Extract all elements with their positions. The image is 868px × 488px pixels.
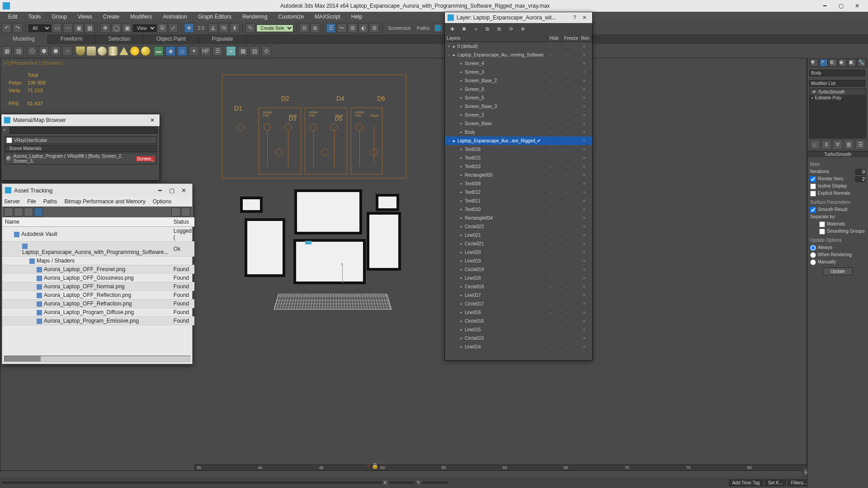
update-render-radio[interactable] — [810, 252, 816, 258]
misc2-icon[interactable]: HF — [201, 46, 211, 56]
highlight-sel-button[interactable]: ⧉ — [495, 25, 503, 33]
menu-help[interactable]: Help — [346, 14, 368, 20]
box-primitive-icon[interactable] — [87, 47, 96, 56]
angle-snap-button[interactable]: ∡ — [208, 23, 218, 33]
asset-tb3[interactable] — [24, 207, 33, 216]
asset-tb4[interactable] — [34, 207, 43, 216]
material-item[interactable]: VRayUserScalar — [4, 136, 157, 144]
modifier-stack[interactable]: 👁TurboSmooth ▪ Editable Poly — [809, 89, 866, 138]
layer-row[interactable]: ▪Line014——▾ — [445, 343, 592, 351]
menu-create[interactable]: Create — [98, 14, 125, 20]
misc4-icon[interactable]: ▤ — [250, 46, 259, 56]
delete-layer-button[interactable]: ✖ — [460, 25, 467, 33]
scene-material-item[interactable]: Aurora_Laptop_Program ( VRayMtl ) [Body,… — [4, 153, 157, 164]
teapot-primitive-icon[interactable] — [76, 47, 85, 56]
layer-row[interactable]: ▪Screen_2——▾ — [445, 111, 592, 119]
asset-refresh-button[interactable] — [171, 207, 180, 216]
misc3-icon[interactable]: ☰ — [212, 46, 222, 56]
sep-materials-check[interactable] — [819, 221, 825, 227]
asset-menu-server[interactable]: Server — [4, 198, 20, 205]
percent-snap-button[interactable]: % — [219, 23, 229, 33]
ref-coord-dropdown[interactable]: View — [133, 24, 156, 32]
close-layer-dialog-button[interactable]: ✕ — [580, 14, 590, 21]
asset-row[interactable]: Maps / Shaders — [2, 257, 194, 265]
viewport-label[interactable]: [+] [Perspective ] [Shaded ] — [3, 60, 63, 66]
add-to-layer-button[interactable]: ＋ — [472, 25, 479, 33]
coord-y-field[interactable] — [422, 482, 448, 483]
scene-materials-group[interactable]: - Scene Materials — [4, 145, 157, 152]
helper2-icon[interactable]: ◇ — [177, 46, 187, 56]
poly-tool3-icon[interactable]: ⬡ — [27, 46, 37, 56]
update-always-radio[interactable] — [810, 245, 816, 251]
layer-row[interactable]: ▪Line016——▾ — [445, 308, 592, 317]
asset-row[interactable]: Aurora_Laptop_OFF_Refraction.pngFound — [2, 300, 194, 308]
screenshot-button[interactable]: Screensot — [385, 25, 413, 31]
named-sel-button[interactable]: ✎ — [245, 23, 255, 33]
col-render[interactable]: Ren — [579, 35, 592, 42]
select-highlited-button[interactable]: ⧉ — [484, 25, 491, 33]
rig-knob[interactable] — [330, 123, 338, 131]
rig-knob[interactable] — [356, 123, 363, 131]
layer-row[interactable]: ▪Circle017——▾ — [445, 300, 592, 308]
rotate-button[interactable]: ◯ — [111, 23, 121, 33]
asset-row[interactable]: Aurora_Laptop_OFF_Reflection.pngFound — [2, 291, 194, 300]
menu-graph-editors[interactable]: Graph Editors — [193, 14, 237, 20]
cone-primitive-icon[interactable] — [119, 47, 128, 55]
menu-maxscript[interactable]: MAXScript — [309, 14, 346, 20]
layer-list[interactable]: +▸0 (default)——▾−▸Laptop_Expanscape_Au..… — [445, 42, 592, 360]
layer-row[interactable]: ▪Text011——▾ — [445, 197, 592, 205]
layer-row[interactable]: ▪Screen_Base_3——▾ — [445, 102, 592, 111]
spinner-snap-button[interactable]: ⬍ — [230, 23, 240, 33]
snap-toggle-button[interactable]: ❖ — [184, 23, 194, 33]
menu-tools[interactable]: Tools — [23, 14, 47, 20]
asset-col-status[interactable]: Status — [171, 217, 194, 227]
utilities-tab-icon[interactable]: 🔧 — [858, 59, 866, 67]
layer-row[interactable]: ▪Text009——▾ — [445, 179, 592, 188]
minimize-button[interactable]: ━ — [816, 1, 833, 10]
poly-tool6-icon[interactable]: ○ — [62, 46, 72, 56]
menu-group[interactable]: Group — [47, 14, 72, 20]
menu-views[interactable]: Views — [72, 14, 98, 20]
time-ruler[interactable]: 35 40 45 50 55 60 65 70 75 80 — [194, 465, 807, 471]
layer-manager-button[interactable]: ☰ — [326, 23, 336, 33]
display-tab-icon[interactable]: ▣ — [848, 59, 856, 67]
layer-row[interactable]: ▪Circle022——▾ — [445, 222, 592, 231]
misc-icon[interactable]: ✦ — [189, 46, 199, 56]
set-key-button[interactable]: Set K... — [765, 479, 786, 486]
hide-unhide-button[interactable]: ⟳ — [507, 25, 514, 33]
asset-menu-paths[interactable]: Paths — [43, 198, 57, 205]
layer-row[interactable]: ▪Circle016——▾ — [445, 317, 592, 325]
modify-tab-icon[interactable]: ↗ — [820, 59, 828, 67]
rig-knob-d1[interactable] — [237, 124, 244, 131]
asset-close-button[interactable]: ✕ — [178, 187, 189, 194]
poly-tool2-icon[interactable]: ▤ — [14, 46, 24, 56]
time-tag-field[interactable]: Add Time Tag — [729, 479, 763, 486]
help-button[interactable]: ? — [570, 14, 580, 21]
asset-tb2[interactable] — [14, 207, 23, 216]
update-manual-radio[interactable] — [810, 259, 816, 265]
schematic-view-button[interactable]: ⊞ — [348, 23, 358, 33]
select-object-button[interactable]: ▭ — [52, 23, 62, 33]
layer-row[interactable]: ▪Screen_4——▾ — [445, 59, 592, 68]
asset-menu-bitmap[interactable]: Bitmap Performance and Memory — [64, 198, 145, 205]
freeze-unfreeze-button[interactable]: ❄ — [519, 25, 526, 33]
layer-row[interactable]: ▪Text012——▾ — [445, 188, 592, 197]
grid-icon[interactable]: ▦ — [238, 46, 248, 56]
layer-row[interactable]: ▪Screen_5——▾ — [445, 94, 592, 102]
cylinder-primitive-icon[interactable] — [108, 47, 118, 56]
manipulate-button[interactable]: ⤢ — [168, 23, 178, 33]
layer-row[interactable]: ▪Screen_3——▾ — [445, 68, 592, 76]
menu-customize[interactable]: Customize — [273, 14, 309, 20]
select-by-name-button[interactable]: ⋯ — [63, 23, 73, 33]
render-sphere-icon[interactable]: ● — [226, 46, 236, 56]
render-setup-button[interactable]: ⚙ — [369, 23, 379, 33]
motion-tab-icon[interactable]: ◉ — [839, 59, 847, 67]
tab-modeling[interactable]: Modeling — [0, 34, 48, 44]
asset-row[interactable]: Aurora_Laptop_OFF_Glossiness.pngFound — [2, 274, 194, 282]
tab-selection[interactable]: Selection — [95, 34, 143, 44]
undo-button[interactable]: ↶ — [2, 23, 12, 33]
layer-row[interactable]: ▪Screen_6——▾ — [445, 85, 592, 94]
maximize-button[interactable]: ▢ — [833, 1, 849, 10]
named-selection-dropdown[interactable]: Create Selection S — [256, 24, 293, 32]
isoline-check[interactable] — [810, 183, 816, 189]
